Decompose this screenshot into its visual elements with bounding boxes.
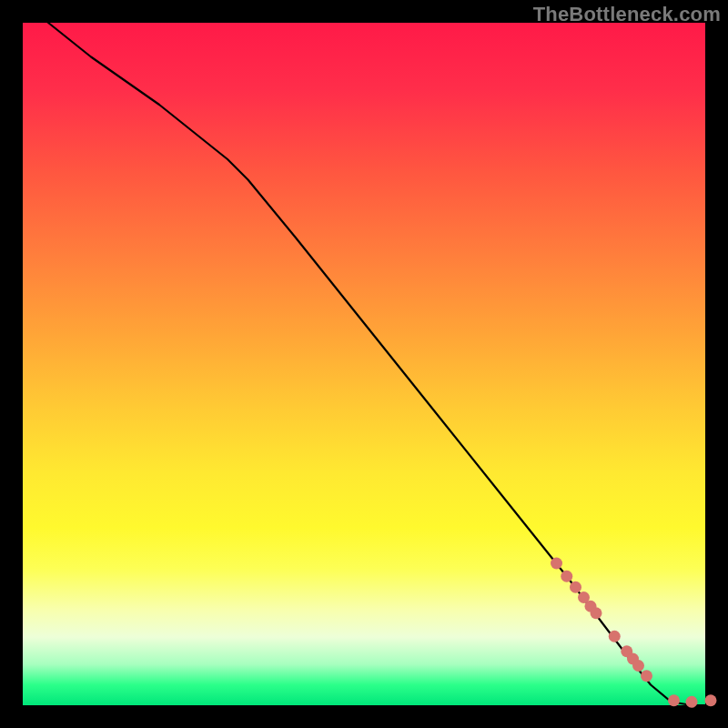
chart-point bbox=[668, 694, 680, 706]
chart-point bbox=[551, 558, 562, 570]
chart-point bbox=[705, 694, 717, 706]
chart-plot-area bbox=[23, 23, 705, 705]
chart-point bbox=[609, 631, 621, 642]
chart-point bbox=[570, 581, 581, 593]
chart-point bbox=[641, 670, 652, 682]
chart-point bbox=[632, 660, 644, 672]
watermark-text: TheBottleneck.com bbox=[533, 3, 721, 26]
chart-point bbox=[686, 696, 698, 708]
chart-point bbox=[591, 607, 602, 619]
chart-line-curve bbox=[23, 3, 705, 706]
chart-svg bbox=[23, 23, 705, 705]
chart-frame: TheBottleneck.com bbox=[0, 0, 728, 728]
chart-point bbox=[561, 571, 572, 582]
